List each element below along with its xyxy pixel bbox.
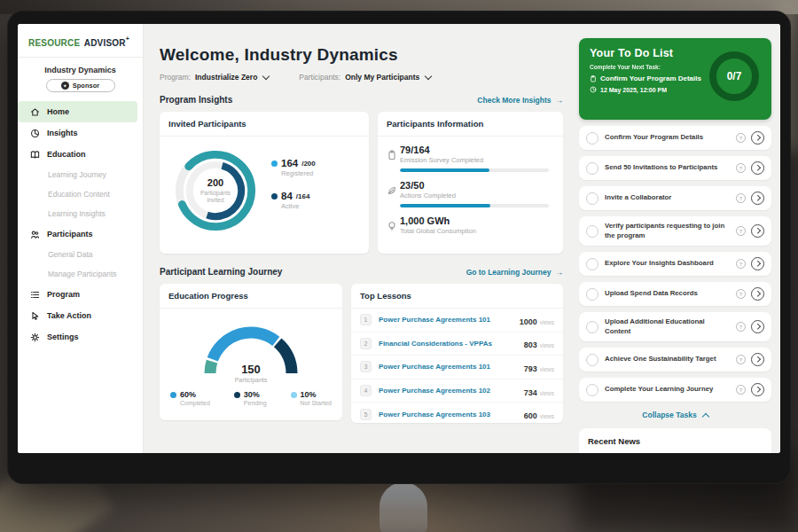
task-row-upload-educational-content[interactable]: Upload Additional Educational Content ? — [579, 312, 771, 341]
info-icon[interactable]: ? — [736, 193, 746, 203]
chevron-right-icon[interactable] — [751, 131, 764, 145]
education-total: 150 — [189, 363, 313, 376]
sidebar-item-participants[interactable]: Participants — [18, 223, 143, 245]
todo-due-date: 12 May 2025, 12:00 PM — [600, 87, 667, 93]
sidebar-item-education-content[interactable]: Education Content — [18, 184, 143, 204]
legend-dot — [271, 160, 278, 167]
settings-icon — [30, 332, 40, 342]
go-to-learning-journey-link[interactable]: Go to Learning Journey → — [466, 268, 563, 277]
sidebar-item-general-data[interactable]: General Data — [18, 245, 143, 264]
sidebar-item-learning-journey[interactable]: Learning Journey — [18, 165, 143, 184]
info-icon[interactable]: ? — [736, 226, 746, 236]
lesson-row: 3 Power Purchase Agreements 101 793views — [351, 356, 563, 379]
task-row-confirm-program[interactable]: Confirm Your Program Details ? — [579, 126, 771, 150]
invited-total-label: Participants Invited — [192, 190, 239, 205]
task-checkbox[interactable] — [586, 354, 598, 366]
lesson-link[interactable]: Power Purchase Agreements 103 — [379, 411, 524, 419]
info-icon[interactable]: ? — [736, 163, 746, 173]
legend-dot — [170, 392, 176, 398]
sidebar-item-home[interactable]: Home — [18, 101, 137, 122]
program-filter[interactable]: Program: Industrialize Zero — [160, 73, 269, 82]
sidebar-item-manage-participants[interactable]: Manage Participants — [18, 264, 143, 284]
task-checkbox[interactable] — [586, 321, 598, 333]
info-icon[interactable]: ? — [736, 385, 746, 395]
invited-total: 200 — [207, 177, 223, 188]
chevron-right-icon[interactable] — [751, 257, 764, 270]
chevron-down-icon — [425, 73, 432, 80]
dashboard-screen: RESOURCE ADVISOR+ Industry Dynamics ✦ Sp… — [18, 24, 780, 453]
logo-primary: RESOURCE — [28, 38, 80, 48]
education-progress-gauge: 150 Participants — [189, 317, 313, 381]
task-row-achieve-sustainability-target[interactable]: Achieve One Sustainability Target ? — [579, 348, 771, 372]
todo-panel: Your To Do List Complete Your Next Task:… — [575, 24, 780, 453]
legend-item-active: 84/164 Active — [271, 191, 316, 210]
chevron-right-icon[interactable] — [751, 353, 764, 366]
chevron-right-icon[interactable] — [751, 320, 764, 333]
lesson-link[interactable]: Financial Considerations - VPPAs — [379, 340, 524, 348]
lesson-link[interactable]: Power Purchase Agreements 102 — [379, 387, 524, 395]
task-row-send-invitations[interactable]: Send 50 Invitations to Participants ? — [579, 156, 771, 180]
task-checkbox[interactable] — [586, 258, 598, 270]
task-checkbox[interactable] — [586, 192, 598, 205]
sidebar-item-take-action[interactable]: Take Action — [18, 305, 143, 326]
rank-badge: 2 — [360, 338, 372, 349]
rank-badge: 3 — [360, 361, 372, 372]
check-more-insights-link[interactable]: Check More Insights → — [477, 96, 563, 105]
legend-item-completed: 60% Completed — [170, 390, 210, 406]
stat-emission-survey: 79/164 Emission Survey Completed — [378, 137, 563, 172]
todo-summary-card: Your To Do List Complete Your Next Task:… — [579, 38, 771, 120]
resource-advisor-logo: RESOURCE ADVISOR+ — [18, 24, 143, 58]
sidebar-item-settings[interactable]: Settings — [18, 326, 143, 348]
task-checkbox[interactable] — [586, 225, 598, 238]
sidebar-item-insights[interactable]: Insights — [18, 122, 143, 144]
clipboard-icon — [590, 75, 597, 82]
insights-icon — [30, 129, 40, 138]
info-icon[interactable]: ? — [736, 289, 746, 299]
chevron-right-icon[interactable] — [751, 192, 764, 205]
task-checkbox[interactable] — [586, 288, 598, 301]
organization-name: Industry Dynamics — [18, 66, 143, 74]
lesson-link[interactable]: Power Purchase Agreements 101 — [379, 316, 520, 324]
participants-information-title: Participants Information — [378, 112, 563, 137]
stat-actions-completed: 23/50 Actions Completed — [378, 172, 563, 207]
progress-bar — [400, 168, 549, 172]
top-lessons-card: Top Lessons 1 Power Purchase Agreements … — [351, 284, 563, 423]
legend-item-not-started: 10% Not Started — [291, 390, 332, 406]
info-icon[interactable]: ? — [736, 133, 746, 143]
task-row-verify-participants[interactable]: Verify participants requesting to join t… — [579, 216, 771, 246]
info-icon[interactable]: ? — [736, 259, 746, 269]
invited-participants-title: Invited Participants — [160, 112, 369, 137]
recent-news-title: Recent News — [588, 436, 763, 446]
info-icon[interactable]: ? — [736, 322, 746, 332]
task-checkbox[interactable] — [586, 132, 598, 145]
monitor-stand — [379, 482, 427, 532]
bulb-icon — [387, 219, 400, 235]
chevron-right-icon[interactable] — [751, 287, 764, 301]
clock-icon — [590, 86, 597, 93]
chevron-up-icon — [701, 412, 708, 419]
rank-badge: 4 — [360, 385, 372, 396]
collapse-tasks-link[interactable]: Collapse Tasks — [579, 411, 771, 419]
lesson-link[interactable]: Power Purchase Agreements 101 — [379, 363, 524, 371]
sidebar-item-education[interactable]: Education — [18, 144, 143, 165]
chevron-right-icon[interactable] — [751, 161, 764, 175]
info-icon[interactable]: ? — [736, 355, 746, 364]
sponsor-label: Sponsor — [73, 82, 99, 90]
task-checkbox[interactable] — [586, 384, 598, 396]
education-icon — [30, 150, 40, 160]
participants-filter[interactable]: Participants: Only My Participants — [299, 73, 431, 82]
education-legend: 60% Completed 30% Pending — [160, 381, 342, 406]
sidebar-item-learning-insights[interactable]: Learning Insights — [18, 204, 143, 223]
learning-journey-title: Participant Learning Journey — [160, 267, 282, 277]
chevron-right-icon[interactable] — [751, 383, 764, 396]
legend-dot — [234, 392, 240, 398]
task-row-explore-insights[interactable]: Explore Your Insights Dashboard ? — [579, 252, 771, 276]
task-checkbox[interactable] — [586, 162, 598, 175]
logo-plus: + — [126, 35, 129, 42]
task-row-upload-spend-data[interactable]: Upload Spend Data Records ? — [579, 282, 771, 306]
sidebar-item-program[interactable]: Program — [18, 284, 143, 305]
chevron-right-icon[interactable] — [751, 224, 764, 238]
participants-information-card: Participants Information 79/164 Emission… — [378, 112, 563, 254]
task-row-complete-learning-journey[interactable]: Complete Your Learning Journey ? — [579, 378, 771, 402]
task-row-invite-collaborator[interactable]: Invite a Collaborator ? — [579, 186, 771, 210]
